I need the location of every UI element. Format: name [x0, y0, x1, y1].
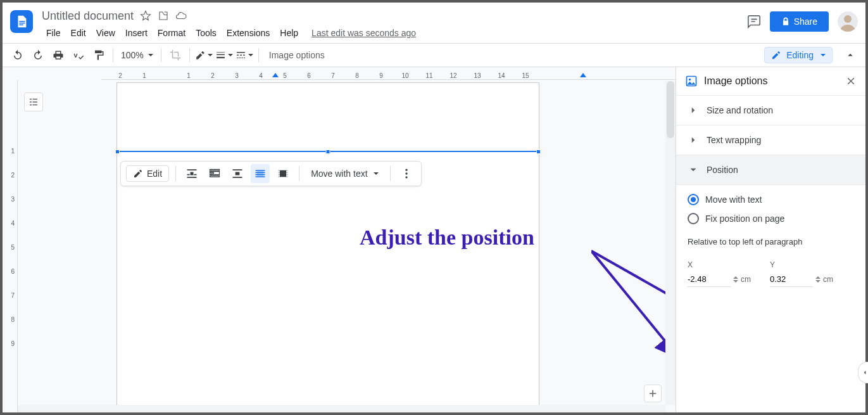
header: Untitled document File Edit View Insert … — [3, 3, 865, 43]
paint-format-button[interactable] — [90, 46, 108, 64]
zoom-dropdown[interactable]: 100% — [118, 50, 156, 60]
redo-button[interactable] — [29, 46, 47, 64]
menu-extensions[interactable]: Extensions — [222, 27, 274, 39]
border-color-button[interactable] — [195, 46, 213, 64]
document-page — [116, 82, 539, 412]
chevron-down-icon — [688, 164, 699, 176]
editing-mode-dropdown[interactable]: Editing — [764, 47, 833, 63]
lock-icon — [781, 17, 790, 26]
svg-point-3 — [405, 169, 407, 171]
document-title[interactable]: Untitled document — [42, 10, 134, 23]
menu-help[interactable]: Help — [275, 27, 303, 39]
close-icon[interactable] — [845, 75, 857, 87]
menu-bar: File Edit View Insert Format Tools Exten… — [42, 27, 747, 39]
border-weight-button[interactable] — [215, 46, 233, 64]
svg-point-5 — [405, 176, 407, 178]
sidebar-section-size[interactable]: Size and rotation — [676, 95, 865, 125]
pencil-icon — [771, 50, 781, 60]
menu-tools[interactable]: Tools — [191, 27, 221, 39]
edit-button[interactable]: Edit — [126, 165, 169, 182]
y-input[interactable] — [770, 272, 813, 287]
move-icon[interactable] — [158, 10, 169, 22]
sidebar-section-position[interactable]: Position — [676, 155, 865, 184]
chevron-right-icon — [688, 105, 699, 116]
move-with-text-dropdown[interactable]: Move with text — [306, 166, 383, 181]
more-options-button[interactable] — [397, 164, 416, 183]
svg-point-0 — [844, 15, 852, 23]
horizontal-scrollbar[interactable] — [18, 405, 665, 412]
image-selection[interactable] — [117, 151, 539, 152]
radio-icon — [688, 213, 699, 224]
image-floating-toolbar: Edit Move with text — [120, 161, 422, 186]
pencil-icon — [133, 169, 143, 179]
title-area: Untitled document File Edit View Insert … — [42, 8, 747, 39]
crop-button[interactable] — [167, 46, 184, 64]
radio-fix-on-page[interactable]: Fix position on page — [688, 213, 854, 224]
outline-button[interactable] — [24, 93, 43, 112]
y-stepper[interactable] — [815, 276, 821, 283]
share-button[interactable]: Share — [770, 11, 829, 32]
cloud-icon[interactable] — [175, 10, 187, 22]
print-button[interactable] — [49, 46, 67, 64]
indent-marker-left[interactable] — [272, 73, 279, 77]
main-toolbar: 100% Image options Editing — [3, 43, 865, 67]
menu-format[interactable]: Format — [153, 27, 190, 39]
svg-rect-2 — [280, 170, 286, 177]
border-dash-button[interactable] — [236, 46, 253, 64]
document-canvas[interactable]: 2 1 1 2 3 4 5 6 7 8 9 10 11 12 13 14 15 … — [3, 67, 676, 412]
wrap-front-button[interactable] — [274, 164, 292, 183]
menu-insert[interactable]: Insert — [121, 27, 152, 39]
horizontal-ruler[interactable]: 2 1 1 2 3 4 5 6 7 8 9 10 11 12 13 14 15 — [101, 67, 676, 80]
avatar[interactable] — [838, 11, 858, 32]
image-icon — [685, 75, 698, 87]
wrap-break-button[interactable] — [228, 164, 247, 183]
radio-move-with-text[interactable]: Move with text — [688, 194, 854, 205]
position-panel: Move with text Fix position on page Rela… — [676, 184, 865, 296]
y-label: Y — [770, 260, 833, 269]
hide-menus-button[interactable] — [841, 46, 859, 64]
outline-icon — [28, 96, 39, 108]
y-unit: cm — [823, 275, 833, 284]
radio-icon — [688, 194, 699, 205]
explore-button[interactable] — [644, 385, 662, 402]
share-label: Share — [794, 16, 817, 27]
svg-point-9 — [689, 79, 691, 80]
vertical-ruler[interactable]: 1 2 3 4 5 6 7 8 9 — [3, 80, 18, 412]
image-options-label[interactable]: Image options — [269, 50, 325, 60]
chevron-right-icon — [688, 134, 699, 146]
spellcheck-button[interactable] — [70, 46, 87, 64]
menu-view[interactable]: View — [92, 27, 120, 39]
image-options-sidebar: Image options Size and rotation Text wra… — [676, 67, 865, 412]
sidebar-title: Image options — [704, 75, 839, 87]
relative-to-label: Relative to top left of paragraph — [688, 237, 854, 246]
indent-marker-right[interactable] — [580, 73, 586, 77]
comments-icon[interactable] — [747, 15, 761, 29]
wrap-behind-button[interactable] — [251, 164, 270, 183]
x-label: X — [688, 260, 751, 269]
svg-rect-1 — [257, 170, 263, 177]
star-icon[interactable] — [140, 10, 151, 22]
docs-logo[interactable] — [10, 10, 33, 33]
side-panel-toggle[interactable] — [858, 362, 868, 383]
annotation-arrows — [591, 245, 676, 365]
vertical-scrollbar[interactable] — [665, 81, 676, 405]
undo-button[interactable] — [9, 46, 27, 64]
svg-point-4 — [405, 172, 407, 174]
x-unit: cm — [741, 275, 751, 284]
wrap-inline-button[interactable] — [182, 164, 201, 183]
plus-icon — [647, 388, 658, 399]
svg-line-7 — [591, 251, 676, 348]
x-input[interactable] — [688, 272, 731, 287]
menu-file[interactable]: File — [42, 27, 65, 39]
x-stepper[interactable] — [733, 276, 738, 283]
sidebar-section-wrap[interactable]: Text wrapping — [676, 125, 865, 155]
svg-line-6 — [591, 251, 676, 355]
wrap-wrap-button[interactable] — [205, 164, 224, 183]
last-edit[interactable]: Last edit was seconds ago — [311, 28, 416, 38]
menu-edit[interactable]: Edit — [66, 27, 91, 39]
